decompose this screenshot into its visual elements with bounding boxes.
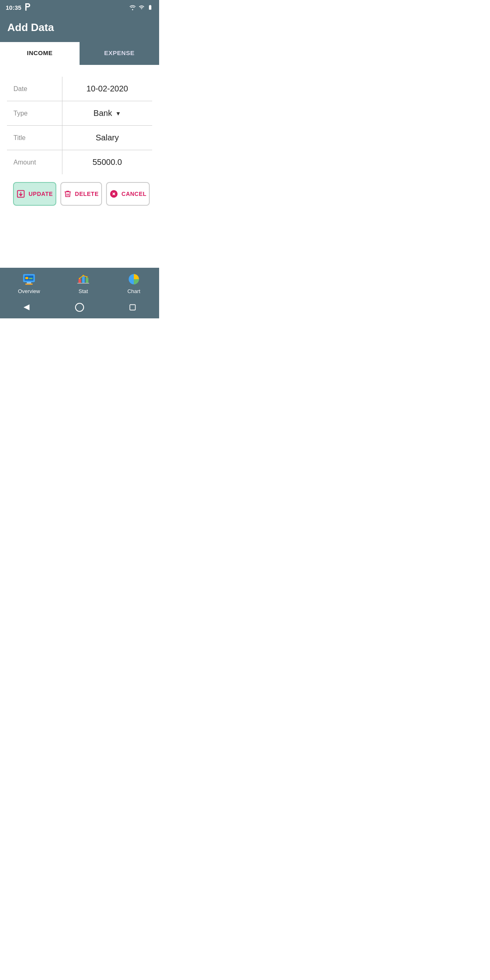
nav-label-stat: Stat [79, 288, 88, 294]
back-button[interactable] [21, 302, 32, 313]
svg-point-17 [82, 275, 84, 276]
page-title: Add Data [7, 21, 54, 33]
delete-button[interactable]: DELETE [60, 182, 102, 206]
signal-icon [139, 4, 144, 10]
form-row-type: Type Bank ▼ [7, 101, 153, 126]
tab-expense[interactable]: EXPENSE [80, 42, 159, 65]
form-area: Date 10-02-2020 Type Bank ▼ Title Salary [0, 65, 159, 240]
form-row-title: Title Salary [7, 126, 153, 150]
svg-rect-11 [29, 278, 33, 279]
tab-income[interactable]: INCOME [0, 42, 80, 65]
svg-rect-10 [25, 277, 28, 279]
svg-rect-15 [86, 278, 88, 283]
svg-point-21 [75, 303, 84, 311]
cancel-icon [109, 189, 118, 198]
form-row-date: Date 10-02-2020 [7, 77, 153, 101]
action-buttons: UPDATE DELETE CANCEL [7, 175, 153, 206]
system-nav-bar [0, 297, 159, 318]
wifi-icon [129, 4, 136, 10]
home-button[interactable] [74, 302, 85, 313]
nav-item-overview[interactable]: Overview [18, 272, 40, 294]
title-label: Title [7, 126, 62, 150]
svg-rect-14 [82, 276, 84, 282]
nav-item-stat[interactable]: Stat [76, 272, 91, 294]
amount-value[interactable]: 55000.0 [62, 150, 152, 175]
svg-marker-20 [24, 304, 30, 311]
svg-point-16 [79, 278, 80, 279]
amount-label: Amount [7, 150, 62, 175]
bottom-nav: Overview Stat Chart [0, 268, 159, 297]
nav-label-chart: Chart [127, 288, 140, 294]
data-form-table: Date 10-02-2020 Type Bank ▼ Title Salary [7, 76, 153, 175]
status-time: 10:35 [6, 4, 21, 11]
chevron-down-icon: ▼ [115, 110, 121, 117]
nav-label-overview: Overview [18, 288, 40, 294]
header: Add Data [0, 15, 159, 42]
content-spacer [0, 240, 159, 268]
svg-point-18 [86, 276, 88, 278]
status-icons [129, 4, 153, 10]
type-value[interactable]: Bank ▼ [62, 101, 152, 126]
update-icon [16, 189, 25, 198]
svg-rect-12 [78, 283, 89, 284]
status-time-group: 10:35 [6, 3, 31, 12]
svg-rect-8 [25, 283, 33, 284]
date-label: Date [7, 77, 62, 101]
nav-item-chart[interactable]: Chart [126, 272, 141, 294]
date-value[interactable]: 10-02-2020 [62, 77, 152, 101]
tabs-container: INCOME EXPENSE [0, 42, 159, 65]
svg-rect-13 [78, 279, 81, 283]
type-dropdown[interactable]: Bank ▼ [69, 109, 146, 118]
status-bar: 10:35 [0, 0, 159, 15]
recents-button[interactable] [127, 302, 138, 313]
form-row-amount: Amount 55000.0 [7, 150, 153, 175]
battery-icon [147, 4, 153, 10]
update-button[interactable]: UPDATE [13, 182, 56, 206]
svg-rect-22 [130, 304, 135, 310]
status-app-icon [24, 3, 31, 12]
chart-icon [126, 272, 141, 287]
stat-icon [76, 272, 91, 287]
type-label: Type [7, 101, 62, 126]
title-value[interactable]: Salary [62, 126, 152, 150]
svg-rect-7 [27, 282, 31, 284]
trash-icon [64, 189, 72, 198]
cancel-button[interactable]: CANCEL [106, 182, 150, 206]
overview-icon [22, 272, 36, 287]
